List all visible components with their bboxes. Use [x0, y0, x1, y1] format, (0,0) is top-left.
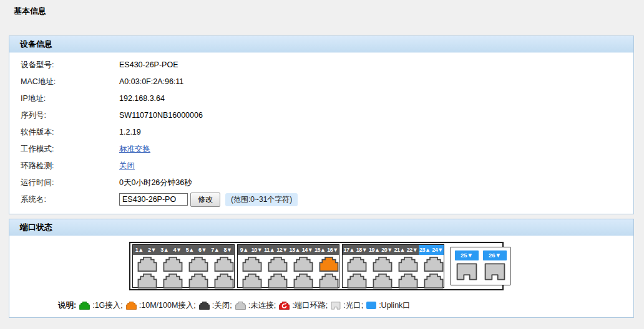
- port-3-icon: [162, 257, 183, 272]
- port-20-icon: [372, 274, 393, 288]
- row-uptime: 运行时间: 0天0小时26分钟36秒: [9, 174, 633, 191]
- port-15-icon: [318, 257, 339, 272]
- system-name-hint: (范围:0~31个字符): [225, 193, 298, 206]
- legend-item-1-text: :10M/100M接入;: [139, 300, 196, 311]
- port-label-10: 10▼: [250, 245, 263, 255]
- work-mode-link[interactable]: 标准交换: [119, 141, 150, 158]
- software-version-label: 软件版本:: [21, 124, 54, 141]
- ports-grid: [343, 255, 444, 288]
- legend-item-4: :端口环路;: [279, 300, 328, 311]
- port-group-1: 1▲2▼3▲4▼5▲6▼7▲8▼: [132, 244, 235, 288]
- port-5-icon: [188, 257, 209, 272]
- row-ip-address: IP地址: 192.168.3.64: [9, 90, 633, 107]
- row-work-mode: 工作模式: 标准交换: [9, 141, 633, 158]
- port-25-icon: [455, 263, 479, 280]
- port-22-icon: [398, 274, 419, 288]
- port-label-3: 3▲: [159, 245, 171, 255]
- port-label-18: 18▼: [355, 245, 368, 255]
- legend-item-3-text: :未连接;: [248, 300, 276, 311]
- port-label-8: 8▼: [222, 245, 234, 255]
- legend-rj45-icon-0: [79, 302, 90, 310]
- port-8-icon: [213, 274, 235, 288]
- modify-button[interactable]: 修改: [190, 193, 220, 207]
- ports-grid: [133, 255, 234, 288]
- port-19-icon: [372, 257, 393, 272]
- port-label-7: 7▲: [209, 245, 222, 255]
- port-7-icon: [213, 257, 235, 272]
- port-status-panel: 端口状态 1▲2▼3▲4▼5▲6▼7▲8▼9▲10▼11▲12▼13▲14▼15…: [9, 219, 634, 318]
- port-label-4: 4▼: [171, 245, 183, 255]
- loop-icon: [279, 302, 290, 310]
- port-12-icon: [267, 274, 288, 288]
- port-label-19: 19▲: [368, 245, 381, 255]
- port-group-3: 17▲18▼19▲20▼21▲22▼23▲24▼: [342, 244, 444, 288]
- fiber-port-26: 26▼: [483, 250, 507, 285]
- port-23-icon: [423, 257, 444, 272]
- legend-item-0-text: :1G接入;: [92, 300, 123, 311]
- port-label-12: 12▼: [276, 245, 288, 255]
- port-label-23: 23▲: [419, 245, 431, 255]
- port-label-2: 2▼: [145, 245, 158, 255]
- port-21-icon: [398, 257, 419, 272]
- device-model-label: 设备型号:: [21, 57, 54, 74]
- port-label-14: 14▼: [301, 245, 313, 255]
- page-title: 基本信息: [14, 6, 46, 17]
- port-label-13: 13▲: [288, 245, 301, 255]
- legend-item-6-text: :Uplink口: [379, 300, 411, 311]
- row-device-model: 设备型号: ES430-26P-POE: [9, 57, 633, 74]
- port-label-16: 16▼: [326, 245, 339, 255]
- legend-fiber-icon: [331, 302, 341, 310]
- row-loop-detect: 环路检测: 关闭: [9, 158, 633, 174]
- mac-address-value: A0:03:0F:2A:96:11: [119, 74, 183, 90]
- system-name-input[interactable]: [119, 193, 188, 206]
- port-6-icon: [188, 274, 209, 288]
- serial-number-value: SW110710NB16000006: [119, 107, 203, 124]
- port-label-17: 17▲: [343, 245, 355, 255]
- loop-detect-link[interactable]: 关闭: [119, 158, 135, 174]
- port-status-header: 端口状态: [9, 219, 633, 236]
- port-label-25: 25▼: [455, 250, 479, 260]
- uptime-value: 0天0小时26分钟36秒: [119, 174, 192, 191]
- port-16-icon: [318, 274, 339, 288]
- device-info-panel: 设备信息 设备型号: ES430-26P-POE MAC地址: A0:03:0F…: [9, 36, 634, 214]
- port-label-1: 1▲: [133, 245, 145, 255]
- port-group-1-header: 1▲2▼3▲4▼5▲6▼7▲8▼: [133, 245, 234, 255]
- mac-address-label: MAC地址:: [21, 74, 56, 90]
- device-info-rows: 设备型号: ES430-26P-POE MAC地址: A0:03:0F:2A:9…: [9, 53, 633, 208]
- legend-item-2: :关闭;: [199, 300, 232, 311]
- legend-title: 说明:: [58, 300, 76, 311]
- legend-uplink-icon: [366, 302, 376, 309]
- row-software-version: 软件版本: 1.2.19: [9, 124, 633, 141]
- port-group-3-header: 17▲18▼19▲20▼21▲22▼23▲24▼: [343, 245, 444, 255]
- port-group-2-header: 9▲10▼11▲12▼13▲14▼15▲16▼: [238, 245, 339, 255]
- port-label-6: 6▼: [196, 245, 208, 255]
- legend-item-6: :Uplink口: [366, 300, 411, 311]
- port-1-icon: [137, 257, 158, 272]
- work-mode-label: 工作模式:: [21, 141, 54, 158]
- fiber-port-group: 25▼26▼: [451, 247, 510, 285]
- device-info-header: 设备信息: [9, 36, 633, 53]
- port-label-24: 24▼: [431, 245, 444, 255]
- port-label-15: 15▲: [314, 245, 326, 255]
- port-label-9: 9▲: [238, 245, 250, 255]
- legend-item-1: :10M/100M接入;: [126, 300, 196, 311]
- legend-item-5: :光口;: [331, 300, 363, 311]
- row-mac-address: MAC地址: A0:03:0F:2A:96:11: [9, 74, 633, 90]
- port-label-26: 26▼: [483, 250, 507, 260]
- port-2-icon: [137, 274, 158, 288]
- port-18-icon: [346, 274, 368, 288]
- legend-rj45-icon-3: [235, 302, 246, 310]
- ports-grid: [238, 255, 339, 288]
- loop-detect-label: 环路检测:: [21, 158, 54, 174]
- port-label-20: 20▼: [381, 245, 393, 255]
- legend-item-5-text: :光口;: [343, 300, 363, 311]
- port-26-icon: [483, 263, 507, 280]
- port-24-icon: [423, 274, 444, 288]
- legend-item-4-text: :端口环路;: [292, 300, 328, 311]
- port-label-5: 5▲: [183, 245, 196, 255]
- port-diagram: 1▲2▼3▲4▼5▲6▼7▲8▼9▲10▼11▲12▼13▲14▼15▲16▼1…: [129, 242, 504, 290]
- port-label-21: 21▲: [393, 245, 406, 255]
- fiber-port-25: 25▼: [455, 250, 479, 285]
- port-11-icon: [267, 257, 288, 272]
- port-13-icon: [293, 257, 314, 272]
